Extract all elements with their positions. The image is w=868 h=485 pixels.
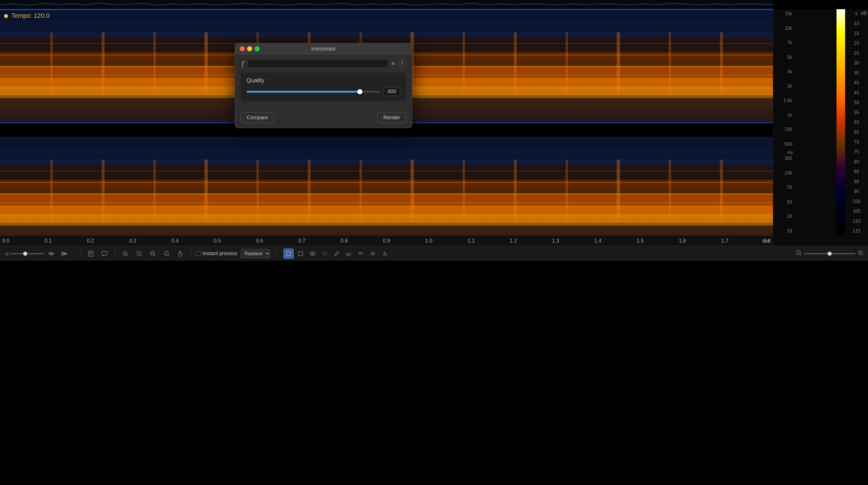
svg-rect-86 <box>299 252 303 256</box>
pencil-tool[interactable] <box>332 249 342 259</box>
spectrogram-bottom[interactable] <box>0 137 773 250</box>
timeline-ruler: 0.0 0.1 0.2 0.3 0.4 0.5 0.6 0.7 0.8 0.9 … <box>0 236 773 246</box>
dialog-titlebar: Interpolate <box>235 43 412 54</box>
freq-5k: 5k <box>774 55 792 60</box>
timeline-0-2: 0.2 <box>87 238 94 244</box>
interpolate-dialog[interactable]: Interpolate ƒ ≡ ? Quality <box>235 43 412 128</box>
volume-slider[interactable] <box>10 253 44 254</box>
tempo-dot <box>4 14 8 18</box>
note-btn[interactable] <box>86 249 96 259</box>
svg-rect-87 <box>310 252 315 255</box>
db-35: 35 <box>846 71 867 76</box>
freq-scale-panel: dB Hz 15k 10k 7k 5k 3k 2k 1.5k 1k 700 50… <box>773 9 868 236</box>
db-115: 115 <box>846 229 867 233</box>
db-25: 25 <box>846 51 867 56</box>
timeline-0-1: 0.1 <box>45 238 52 244</box>
svg-rect-91 <box>347 253 350 256</box>
db-20: 20 <box>846 41 867 46</box>
pointer-tool[interactable] <box>380 249 390 259</box>
compare-button[interactable]: Compare <box>241 112 274 123</box>
timeline-0-3: 0.3 <box>129 238 136 244</box>
waveform-toggle-btn[interactable] <box>46 249 57 259</box>
quality-slider-thumb[interactable] <box>357 89 363 94</box>
quality-label: Quality <box>247 77 401 84</box>
zoom-out-horizontal-btn[interactable] <box>134 249 144 259</box>
toolbar-divider-2 <box>115 250 115 258</box>
timeline-1-3: 1.3 <box>552 238 559 244</box>
minimize-traffic-light[interactable] <box>247 46 252 51</box>
brush-tool[interactable] <box>355 249 366 259</box>
zoom-slider-thumb[interactable] <box>828 252 832 256</box>
timeline-0-6: 0.6 <box>256 238 263 244</box>
freq-20: 20 <box>774 214 792 219</box>
instant-process-label: Instant process <box>203 251 237 257</box>
svg-rect-66 <box>66 253 67 254</box>
svg-text:A: A <box>165 253 167 255</box>
svg-line-97 <box>800 254 801 255</box>
svg-line-83 <box>168 255 169 256</box>
freq-300: 300 <box>774 156 792 161</box>
freq-10: 10 <box>774 229 792 233</box>
svg-line-100 <box>862 254 863 255</box>
zoom-in-btn[interactable] <box>858 250 863 257</box>
quality-value-display[interactable]: 400 <box>383 87 401 96</box>
zoom-out-btn[interactable] <box>796 250 802 257</box>
svg-rect-85 <box>286 252 290 256</box>
timeline-1-7: 1.7 <box>721 238 728 244</box>
db-75: 75 <box>846 150 867 154</box>
db-70: 70 <box>846 140 867 144</box>
zoom-slider[interactable] <box>804 253 856 254</box>
dialog-toolbar-row: ƒ ≡ ? <box>241 59 406 68</box>
selection-rect2-tool[interactable] <box>296 249 306 259</box>
freq-500: 500 <box>774 142 792 146</box>
replace-dropdown[interactable]: Replace Mix Subtract <box>241 249 270 258</box>
toolbar-divider-3 <box>191 250 191 258</box>
lasso-tool[interactable] <box>319 249 330 259</box>
freq-1k: 1k <box>774 113 792 117</box>
help-button[interactable]: ? <box>398 59 406 68</box>
hand-tool-btn[interactable] <box>175 249 186 259</box>
db-15: 15 <box>846 31 867 36</box>
maximize-traffic-light[interactable] <box>254 46 260 51</box>
freq-100: 100 <box>774 171 792 175</box>
db-5: 5 <box>846 11 867 16</box>
timeline-1-6: 1.6 <box>679 238 686 244</box>
playhead-line <box>0 9 773 10</box>
preset-select[interactable] <box>247 59 389 68</box>
db-85: 85 <box>846 169 867 174</box>
message-btn[interactable] <box>99 249 110 259</box>
quality-section: Quality 400 <box>241 73 406 101</box>
traffic-lights <box>240 46 260 51</box>
instant-process-checkbox[interactable] <box>196 251 201 256</box>
freq-2k: 2k <box>774 84 792 89</box>
volume-slider-thumb[interactable] <box>23 252 27 256</box>
eraser-tool[interactable] <box>344 249 354 259</box>
freq-3k: 3k <box>774 69 792 74</box>
zoom-fit-btn[interactable]: A <box>161 249 172 259</box>
menu-icon[interactable]: ≡ <box>391 60 395 67</box>
scroll-indicator[interactable]: ⋮ <box>863 120 867 125</box>
db-110: 110 <box>846 219 867 224</box>
timeline-0-9: 0.9 <box>383 238 390 244</box>
instant-process-container: Instant process <box>196 251 237 257</box>
zoom-selection-btn[interactable] <box>148 249 158 259</box>
quality-slider-track[interactable] <box>247 91 380 93</box>
quality-slider-row: 400 <box>247 87 401 96</box>
zoom-in-horizontal-btn[interactable] <box>120 249 130 259</box>
spectrogram-btn[interactable] <box>59 249 69 259</box>
selection-rect-tool[interactable] <box>283 249 294 259</box>
svg-rect-64 <box>63 252 64 255</box>
zoom-controls <box>796 250 863 257</box>
timeline-1-0: 1.0 <box>425 238 432 244</box>
close-traffic-light[interactable] <box>240 46 245 51</box>
time-range-tool[interactable] <box>307 249 318 259</box>
render-button[interactable]: Render <box>377 112 406 123</box>
timeline-0-4: 0.4 <box>172 238 179 244</box>
svg-line-73 <box>127 255 128 256</box>
top-waveform <box>0 0 773 9</box>
smear-tool[interactable] <box>368 249 378 259</box>
svg-point-90 <box>323 252 327 255</box>
timeline-labels: 0.0 0.1 0.2 0.3 0.4 0.5 0.6 0.7 0.8 0.9 … <box>2 238 771 244</box>
db-40: 40 <box>846 81 867 85</box>
freq-1-5k: 1.5k <box>774 98 792 103</box>
